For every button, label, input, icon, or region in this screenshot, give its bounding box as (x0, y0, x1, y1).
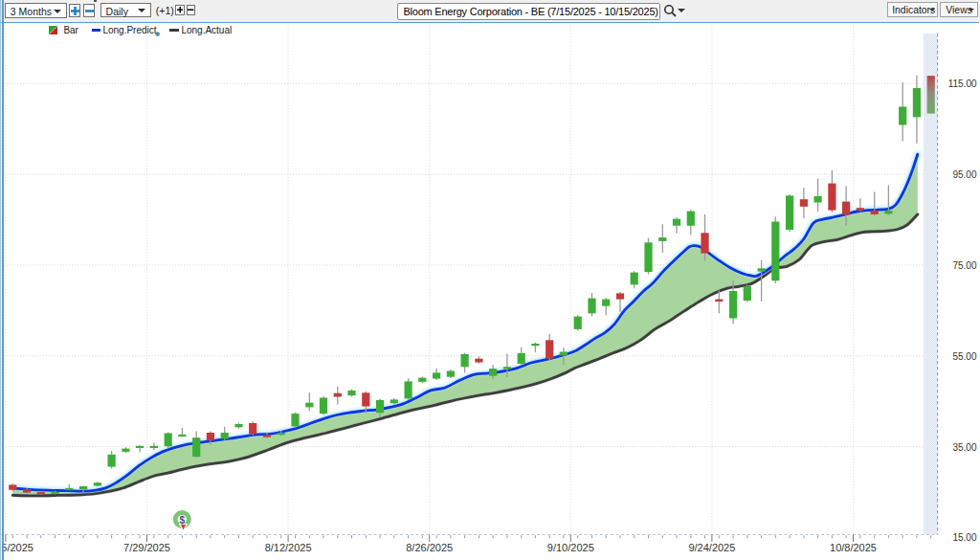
svg-text:7/29/2025: 7/29/2025 (123, 542, 170, 553)
svg-text:15.00: 15.00 (952, 532, 976, 543)
svg-text:7/15/2025: 7/15/2025 (0, 542, 33, 553)
svg-text:8/12/2025: 8/12/2025 (265, 542, 312, 553)
svg-text:10/8/2025: 10/8/2025 (830, 542, 877, 553)
svg-text:95.00: 95.00 (952, 169, 976, 180)
svg-text:55.00: 55.00 (952, 351, 976, 362)
svg-text:115.00: 115.00 (948, 78, 977, 89)
svg-text:8/26/2025: 8/26/2025 (406, 542, 453, 553)
svg-text:35.00: 35.00 (952, 442, 976, 453)
svg-text:75.00: 75.00 (952, 260, 976, 271)
svg-text:9/24/2025: 9/24/2025 (688, 542, 735, 553)
svg-text:$: $ (179, 515, 185, 526)
svg-text:9/10/2025: 9/10/2025 (547, 542, 594, 553)
